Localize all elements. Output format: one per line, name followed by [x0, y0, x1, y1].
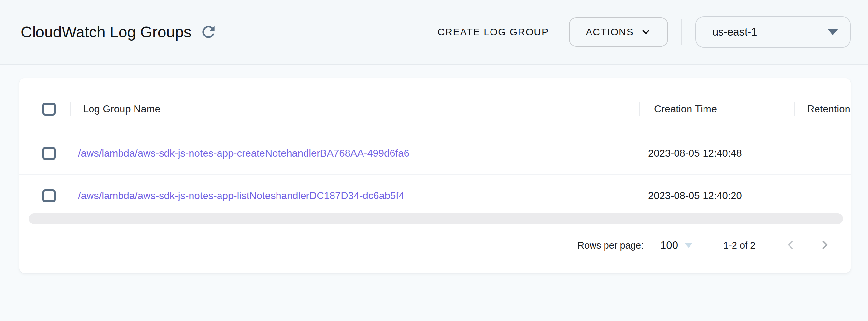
rows-per-page-label: Rows per page: — [578, 240, 644, 251]
log-group-link[interactable]: /aws/lambda/aws-sdk-js-notes-app-createN… — [78, 148, 409, 159]
column-divider — [639, 102, 640, 116]
chevron-down-icon — [640, 26, 651, 37]
horizontal-scrollbar[interactable] — [29, 213, 843, 224]
app-root: CloudWatch Log Groups CREATE LOG GROUP A… — [0, 0, 868, 321]
pagination-range-label: 1-2 of 2 — [723, 240, 755, 251]
log-groups-card: Log Group Name Creation Time Retention /… — [19, 78, 851, 273]
table-row: /aws/lambda/aws-sdk-js-notes-app-listNot… — [19, 175, 851, 217]
region-select-value: us-east-1 — [712, 26, 827, 38]
column-header-creation-time: Creation Time — [654, 103, 717, 115]
column-header-retention: Retention — [807, 103, 850, 115]
previous-page-button[interactable] — [784, 238, 797, 253]
creation-time-value: 2023-08-05 12:40:20 — [648, 190, 742, 202]
row-checkbox[interactable] — [42, 189, 56, 202]
table-header-row: Log Group Name Creation Time Retention — [19, 78, 851, 132]
chevron-right-icon — [818, 238, 832, 252]
dropdown-arrow-icon[interactable] — [684, 243, 693, 248]
create-log-group-button[interactable]: CREATE LOG GROUP — [434, 20, 552, 44]
actions-button-label: ACTIONS — [586, 26, 633, 37]
page-title: CloudWatch Log Groups — [21, 23, 191, 41]
toolbar-divider — [681, 19, 682, 45]
column-divider — [794, 102, 795, 116]
next-page-button[interactable] — [818, 238, 832, 253]
row-checkbox[interactable] — [42, 147, 56, 160]
rows-per-page-select[interactable]: 100 — [660, 239, 678, 252]
refresh-button[interactable] — [199, 23, 218, 41]
table-row: /aws/lambda/aws-sdk-js-notes-app-createN… — [19, 132, 851, 175]
dropdown-arrow-icon — [827, 29, 838, 35]
column-header-log-group-name: Log Group Name — [83, 103, 161, 115]
refresh-icon — [199, 23, 218, 41]
chevron-left-icon — [784, 238, 797, 252]
creation-time-value: 2023-08-05 12:40:48 — [648, 148, 742, 159]
log-group-link[interactable]: /aws/lambda/aws-sdk-js-notes-app-listNot… — [78, 190, 404, 202]
pagination-bar: Rows per page: 100 1-2 of 2 — [19, 224, 851, 267]
column-divider — [70, 102, 71, 116]
select-all-checkbox[interactable] — [42, 103, 56, 116]
actions-button[interactable]: ACTIONS — [569, 17, 668, 47]
page-header: CloudWatch Log Groups CREATE LOG GROUP A… — [0, 0, 868, 64]
region-select[interactable]: us-east-1 — [695, 16, 851, 48]
